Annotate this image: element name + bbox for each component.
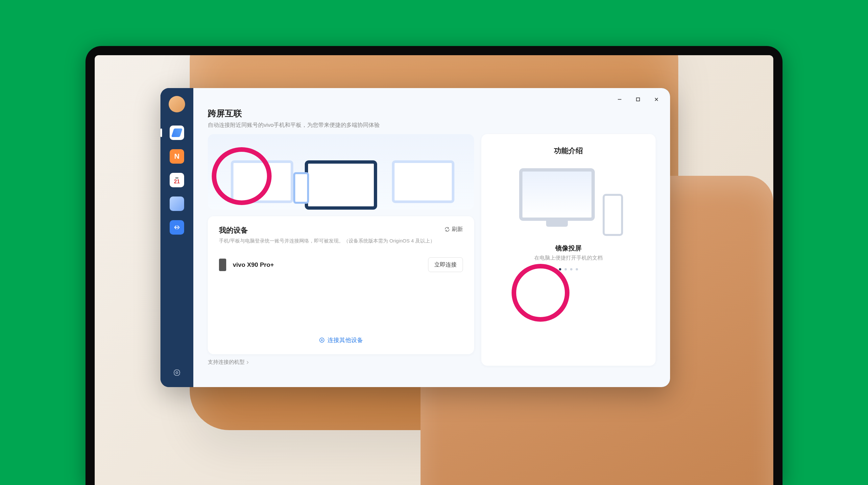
feature-name: 镜像投屏 bbox=[555, 244, 582, 253]
illus-phone bbox=[293, 172, 309, 204]
sidebar-item-crossscreen[interactable] bbox=[169, 126, 184, 140]
device-name: vivo X90 Pro+ bbox=[233, 261, 274, 268]
connect-other-devices[interactable]: 连接其他设备 bbox=[219, 328, 463, 354]
app-window: N ▬21 bbox=[160, 88, 670, 387]
supported-models-link[interactable]: 支持连接的机型 bbox=[208, 359, 474, 366]
refresh-icon bbox=[444, 227, 450, 232]
window-controls bbox=[610, 93, 665, 106]
sidebar-nav: N ▬21 bbox=[169, 126, 184, 235]
chevron-right-icon bbox=[246, 361, 249, 364]
illus-feat-monitor bbox=[519, 168, 595, 221]
laptop-mockup: N ▬21 bbox=[86, 46, 782, 485]
feature-section-title: 功能介绍 bbox=[554, 146, 583, 156]
page-header: 跨屏互联 自动连接附近同账号的vivo手机和平板，为您带来便捷的多端协同体验 bbox=[208, 108, 656, 129]
page-title: 跨屏互联 bbox=[208, 108, 656, 119]
devices-title: 我的设备 bbox=[219, 225, 248, 235]
feature-intro-card: 功能介绍 镜像投屏 在电脑上便捷打开手机的文档 bbox=[482, 134, 656, 366]
hero-illustration bbox=[208, 134, 474, 209]
sidebar-item-share[interactable] bbox=[169, 220, 184, 235]
connect-button[interactable]: 立即连接 bbox=[428, 257, 463, 272]
main-row: 我的设备 刷新 手机/平板与电脑登录统一账号并连接网络，即可被发现。（设备系统版… bbox=[208, 134, 656, 366]
illus-monitor bbox=[305, 160, 377, 209]
dot-2[interactable] bbox=[570, 268, 572, 270]
screen: N ▬21 bbox=[95, 55, 773, 485]
device-row: vivo X90 Pro+ 立即连接 bbox=[219, 255, 463, 274]
feature-illustration bbox=[519, 168, 618, 234]
active-indicator bbox=[160, 128, 162, 137]
dot-1[interactable] bbox=[564, 268, 567, 270]
refresh-label: 刷新 bbox=[452, 225, 463, 233]
svg-point-0 bbox=[176, 371, 178, 374]
maximize-button[interactable] bbox=[629, 93, 647, 106]
settings-button[interactable] bbox=[171, 367, 183, 379]
laptop-frame: N ▬21 bbox=[86, 46, 782, 485]
other-devices-label: 连接其他设备 bbox=[328, 336, 363, 344]
dot-0[interactable] bbox=[559, 268, 561, 270]
sidebar-item-gallery[interactable] bbox=[169, 196, 184, 211]
feature-desc: 在电脑上便捷打开手机的文档 bbox=[534, 255, 603, 262]
sidebar-item-notes[interactable]: N bbox=[169, 149, 184, 164]
sidebar: N ▬21 bbox=[160, 88, 193, 387]
page-subtitle: 自动连接附近同账号的vivo手机和平板，为您带来便捷的多端协同体验 bbox=[208, 121, 656, 129]
crossscreen-icon bbox=[169, 126, 184, 140]
close-button[interactable] bbox=[647, 93, 665, 106]
left-column: 我的设备 刷新 手机/平板与电脑登录统一账号并连接网络，即可被发现。（设备系统版… bbox=[208, 134, 474, 366]
illus-tablet-right bbox=[392, 160, 454, 203]
illus-feat-phone bbox=[603, 194, 623, 236]
user-avatar[interactable] bbox=[169, 96, 185, 112]
devices-subtitle: 手机/平板与电脑登录统一账号并连接网络，即可被发现。（设备系统版本需为 Orig… bbox=[219, 238, 463, 244]
phone-icon bbox=[219, 259, 226, 271]
minimize-button[interactable] bbox=[610, 93, 629, 106]
my-devices-card: 我的设备 刷新 手机/平板与电脑登录统一账号并连接网络，即可被发现。（设备系统版… bbox=[208, 216, 474, 354]
carousel-dots[interactable] bbox=[559, 268, 578, 270]
plus-circle-icon bbox=[319, 337, 325, 343]
sidebar-item-calendar[interactable]: ▬21 bbox=[169, 173, 184, 187]
dot-3[interactable] bbox=[576, 268, 578, 270]
content-area: 跨屏互联 自动连接附近同账号的vivo手机和平板，为您带来便捷的多端协同体验 bbox=[193, 88, 670, 387]
illus-tablet-left bbox=[231, 160, 293, 203]
svg-rect-2 bbox=[636, 98, 640, 101]
right-column: 功能介绍 镜像投屏 在电脑上便捷打开手机的文档 bbox=[482, 134, 656, 366]
refresh-button[interactable]: 刷新 bbox=[444, 225, 463, 233]
